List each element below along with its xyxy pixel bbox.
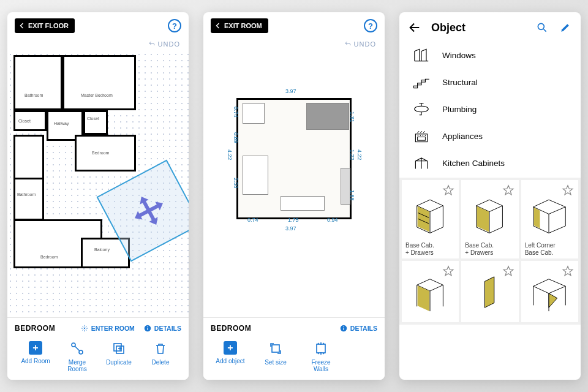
info-icon xyxy=(339,324,348,333)
freeze-walls-button[interactable]: Freeze Walls xyxy=(305,341,337,372)
star-icon xyxy=(442,184,455,197)
back-button[interactable] xyxy=(408,21,421,34)
object-card[interactable]: Left Corner Base Cab. xyxy=(521,180,578,258)
category-kitchen-cabinets[interactable]: Kitchen Cabinets xyxy=(399,149,581,176)
merge-rooms-label: Merge Rooms xyxy=(67,359,87,372)
card-label: Left Corner Base Cab. xyxy=(525,242,575,256)
room-label: Master Bedroom xyxy=(81,93,113,97)
room-label: Bathroom xyxy=(17,192,36,197)
stove-icon xyxy=(412,127,431,145)
dimension: 2.58 xyxy=(233,178,239,189)
favorite-button[interactable] xyxy=(561,184,575,197)
delete-button[interactable]: Delete xyxy=(145,341,176,372)
favorite-button[interactable] xyxy=(502,265,515,278)
category-plumbing[interactable]: Plumbing xyxy=(399,96,581,123)
star-icon xyxy=(442,265,455,278)
dimension: 1.22 xyxy=(349,149,355,160)
card-label: Base Cab. + Drawers xyxy=(405,242,455,256)
details-button[interactable]: DETAILS xyxy=(143,324,181,333)
help-icon[interactable]: ? xyxy=(168,19,181,32)
favorite-button[interactable] xyxy=(561,265,575,278)
category-label: Plumbing xyxy=(442,105,477,114)
room-label: Bathroom xyxy=(24,93,43,97)
undo-button[interactable]: UNDO xyxy=(7,39,189,51)
floor-canvas[interactable]: Bathroom Master Bedroom Hallway Closet C… xyxy=(7,51,189,317)
floorplan: Bathroom Master Bedroom Hallway Closet C… xyxy=(13,55,136,276)
freeze-icon xyxy=(314,341,328,356)
svg-rect-1 xyxy=(138,204,160,217)
move-arrows-icon xyxy=(124,186,173,235)
resize-icon xyxy=(268,341,283,356)
undo-icon xyxy=(344,40,352,48)
room-label: Bedroom xyxy=(40,255,58,259)
help-icon[interactable]: ? xyxy=(364,19,377,32)
exit-floor-button[interactable]: EXIT FLOOR xyxy=(15,18,75,33)
favorite-button[interactable] xyxy=(502,184,515,197)
info-icon xyxy=(143,324,152,333)
exit-room-button[interactable]: EXIT ROOM xyxy=(211,18,268,33)
category-windows[interactable]: Windows xyxy=(399,42,581,69)
duplicate-button[interactable]: Duplicate xyxy=(103,341,135,372)
enter-room-icon xyxy=(80,324,89,333)
room-label: Closet xyxy=(18,119,31,123)
dimension: 3.97 xyxy=(285,88,296,94)
arrow-left-icon xyxy=(408,21,421,34)
category-list: Windows Structural Plumbing Appliances K… xyxy=(399,40,581,178)
favorite-button[interactable] xyxy=(442,265,455,278)
undo-label: UNDO xyxy=(158,40,180,48)
enter-room-button[interactable]: ENTER ROOM xyxy=(80,324,135,333)
set-size-button[interactable]: Set size xyxy=(260,341,292,372)
undo-button[interactable]: UNDO xyxy=(203,39,385,51)
duplicate-label: Duplicate xyxy=(106,359,132,366)
dimension: 0.74 xyxy=(247,217,258,223)
floor-bottombar: BEDROOM ENTER ROOM DETAILS + Add Room Me… xyxy=(7,317,189,380)
room-label: Hallway xyxy=(54,121,69,126)
category-label: Windows xyxy=(442,51,476,60)
search-button[interactable] xyxy=(535,21,549,34)
trash-icon xyxy=(153,341,168,356)
edit-button[interactable] xyxy=(559,21,572,34)
svg-rect-11 xyxy=(343,328,344,330)
add-room-label: Add Room xyxy=(21,358,50,364)
add-room-button[interactable]: + Add Room xyxy=(20,341,51,372)
object-card[interactable]: Base Cab. + Drawers xyxy=(461,180,518,258)
star-icon xyxy=(561,265,575,278)
category-structural[interactable]: Structural xyxy=(399,69,581,96)
chevron-left-icon xyxy=(18,22,26,29)
pencil-icon xyxy=(559,21,571,34)
svg-point-15 xyxy=(538,23,544,29)
details-label: DETAILS xyxy=(154,325,181,332)
add-object-button[interactable]: + Add object xyxy=(214,341,246,372)
room-plan: 3.97 3.97 4.22 4.22 0.74 0.89 2.58 1.31 … xyxy=(227,88,361,229)
svg-point-5 xyxy=(147,326,148,327)
browser-title: Object xyxy=(431,21,526,34)
object-card[interactable]: Base Cab. + Drawers xyxy=(402,180,459,258)
dimension: 1.68 xyxy=(349,190,355,201)
room-canvas[interactable]: 3.97 3.97 4.22 4.22 0.74 0.89 2.58 1.31 … xyxy=(203,51,385,317)
room-label: Bedroom xyxy=(92,151,109,155)
details-button[interactable]: DETAILS xyxy=(339,324,377,333)
object-cards: Base Cab. + Drawers Base Cab. + Drawers … xyxy=(399,178,581,325)
svg-rect-13 xyxy=(272,345,279,352)
dimension: 1.31 xyxy=(349,111,355,123)
card-label: Base Cab. + Drawers xyxy=(465,242,514,256)
room-title: BEDROOM xyxy=(211,324,251,333)
windows-icon xyxy=(412,47,431,64)
category-label: Structural xyxy=(442,78,478,87)
category-label: Kitchen Cabinets xyxy=(442,159,505,168)
svg-point-20 xyxy=(420,135,421,136)
selected-room-title: BEDROOM xyxy=(15,324,55,333)
favorite-button[interactable] xyxy=(442,184,455,197)
object-card[interactable] xyxy=(521,261,578,322)
room-label: Closet xyxy=(87,116,99,121)
room-label: Balcony xyxy=(94,247,110,252)
category-label: Appliances xyxy=(442,132,483,141)
topbar: EXIT FLOOR ? xyxy=(7,12,189,39)
object-card[interactable] xyxy=(461,261,518,322)
object-card[interactable] xyxy=(402,261,459,322)
room-bottombar: BEDROOM DETAILS + Add object Set size Fr… xyxy=(203,317,385,380)
category-appliances[interactable]: Appliances xyxy=(399,123,581,149)
duplicate-icon xyxy=(111,341,126,356)
svg-point-22 xyxy=(425,135,426,136)
merge-rooms-button[interactable]: Merge Rooms xyxy=(61,341,93,372)
